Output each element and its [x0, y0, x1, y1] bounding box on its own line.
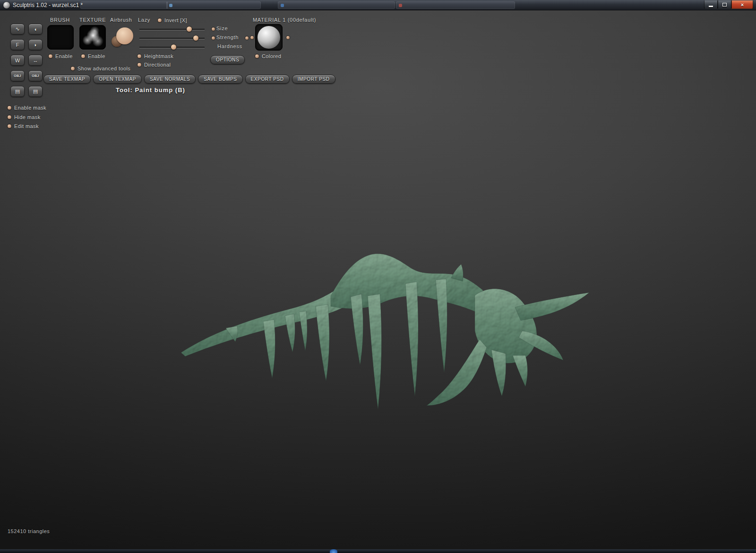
radio-icon — [158, 18, 162, 22]
falloff-outer-circle-icon — [116, 27, 133, 44]
clay-tool-button[interactable]: ◖ — [28, 24, 43, 35]
strength-label: Strength — [216, 35, 239, 40]
radio-icon — [8, 124, 11, 128]
material-next-toggle[interactable] — [286, 36, 290, 39]
save-texmap-button[interactable]: SAVE TEXMAP — [43, 75, 91, 84]
size-slider-knob[interactable] — [187, 26, 192, 32]
hardness-label: Hardness — [217, 43, 242, 49]
radio-icon — [49, 54, 52, 58]
invert-toggle[interactable]: Invert [X] — [158, 17, 187, 23]
radio-icon — [81, 54, 85, 58]
minimize-button[interactable] — [704, 0, 718, 9]
brush-color-swatch[interactable] — [47, 25, 74, 50]
background-window-tab — [396, 1, 515, 9]
enable-mask-label: Enable mask — [14, 105, 46, 111]
maximize-button[interactable] — [718, 0, 731, 9]
texture-enable-label: Enable — [88, 53, 105, 59]
strength-extra-toggle[interactable] — [245, 36, 249, 40]
hardness-slider-knob[interactable] — [171, 44, 176, 50]
save-bumps-button[interactable]: SAVE BUMPS — [198, 75, 242, 84]
radio-icon — [137, 54, 141, 58]
tool-status: Tool: Paint bump (B) — [116, 86, 185, 94]
heightmask-toggle[interactable]: Heightmask — [137, 53, 173, 59]
material-preview[interactable] — [255, 24, 283, 51]
size-slider[interactable] — [139, 26, 205, 32]
sculptris-window: Sculptris 1.02 - wurzel.sc1 * × — [0, 0, 756, 553]
texture-enable-toggle[interactable]: Enable — [81, 53, 105, 59]
symmetry-button[interactable]: ↔ — [28, 55, 43, 66]
side-toolbar: ∿ ◖ F ◗ W ↔ OBJ OBJ ▤ ▤ — [10, 24, 43, 97]
show-advanced-label: Show advanced tools — [77, 66, 130, 71]
material-prev-toggle[interactable] — [250, 36, 254, 39]
export-psd-button[interactable]: EXPORT PSD — [245, 75, 290, 84]
close-button[interactable]: × — [731, 0, 753, 9]
draw-tool-button[interactable]: ∿ — [10, 24, 25, 35]
title-bar: Sculptris 1.02 - wurzel.sc1 * × — [0, 0, 756, 10]
slider-track — [139, 29, 205, 30]
size-label: Size — [216, 26, 228, 31]
background-window-tab — [80, 1, 168, 9]
open-file-button[interactable]: ▤ — [10, 86, 25, 97]
flatten-tool-button[interactable]: F — [10, 39, 25, 50]
import-obj-button[interactable]: OBJ — [10, 70, 25, 81]
hardness-slider[interactable] — [139, 44, 205, 50]
enable-mask-toggle[interactable]: Enable mask — [8, 105, 46, 111]
smooth-tool-button[interactable]: ◗ — [28, 39, 43, 50]
hide-mask-toggle[interactable]: Hide mask — [8, 114, 41, 120]
viewport-3d[interactable] — [0, 10, 756, 549]
window-title: Sculptris 1.02 - wurzel.sc1 * — [13, 2, 83, 9]
heightmask-label: Heightmask — [144, 53, 173, 59]
texture-header: TEXTURE — [79, 17, 106, 23]
export-obj-button[interactable]: OBJ — [28, 70, 43, 81]
open-texmap-button[interactable]: OPEN TEXMAP — [93, 75, 142, 84]
background-window-tab — [278, 1, 395, 9]
wireframe-button[interactable]: W — [10, 55, 25, 66]
lazy-label[interactable]: Lazy — [138, 17, 150, 23]
brush-enable-label: Enable — [55, 53, 73, 59]
taskbar — [0, 549, 756, 553]
strength-slider-knob[interactable] — [193, 35, 198, 41]
brush-header: BRUSH — [50, 17, 70, 23]
strength-slider[interactable] — [139, 35, 205, 41]
radio-icon — [137, 63, 141, 67]
start-orb-icon[interactable] — [330, 549, 337, 553]
options-button[interactable]: OPTIONS — [210, 55, 245, 64]
hide-mask-label: Hide mask — [14, 114, 41, 120]
triangle-count: 152410 triangles — [8, 528, 50, 534]
colored-label: Colored — [262, 53, 281, 59]
save-normals-button[interactable]: SAVE NORMALS — [144, 75, 196, 84]
invert-label: Invert [X] — [164, 17, 187, 23]
strength-pressure-toggle[interactable] — [212, 36, 215, 40]
app-logo-icon — [3, 2, 10, 9]
brush-enable-toggle[interactable]: Enable — [49, 53, 73, 59]
material-header: MATERIAL 1 (00default) — [253, 17, 316, 23]
material-sphere-icon — [258, 26, 280, 49]
show-advanced-toggle[interactable]: Show advanced tools — [71, 66, 130, 71]
directional-toggle[interactable]: Directional — [137, 62, 171, 68]
save-file-button[interactable]: ▤ — [28, 86, 43, 97]
file-actions: SAVE TEXMAP OPEN TEXMAP SAVE NORMALS SAV… — [43, 75, 335, 84]
radio-icon — [8, 106, 11, 110]
directional-label: Directional — [144, 62, 171, 68]
colored-toggle[interactable]: Colored — [255, 53, 281, 59]
edit-mask-label: Edit mask — [14, 123, 39, 129]
airbrush-label[interactable]: Airbrush — [110, 17, 132, 23]
import-psd-button[interactable]: IMPORT PSD — [292, 75, 335, 84]
background-window-tab — [166, 1, 261, 9]
texture-thumbnail[interactable] — [79, 25, 106, 50]
radio-icon — [255, 54, 259, 58]
size-pressure-toggle[interactable] — [212, 27, 215, 31]
window-controls: × — [704, 0, 753, 9]
edit-mask-toggle[interactable]: Edit mask — [8, 123, 39, 129]
airbrush-falloff-icon[interactable] — [112, 26, 134, 48]
radio-icon — [71, 67, 75, 70]
radio-icon — [8, 115, 11, 119]
